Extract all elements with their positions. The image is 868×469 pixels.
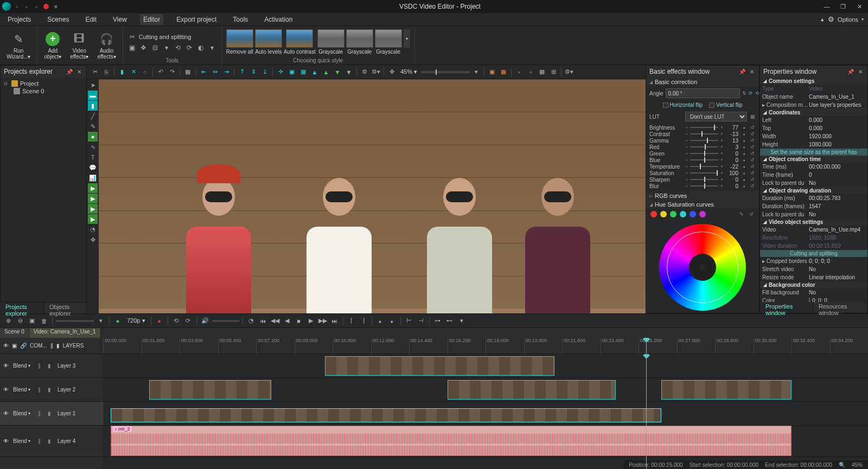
tl-zoom-slider[interactable] — [56, 320, 94, 322]
slider-track[interactable] — [690, 166, 718, 167]
close-panel-icon[interactable]: ✕ — [748, 68, 756, 75]
valign-m-icon[interactable]: ⇕ — [248, 67, 258, 77]
tl-dup-icon[interactable]: ▣ — [27, 316, 37, 326]
record-icon[interactable] — [42, 3, 50, 10]
tab-properties-window[interactable]: Properties window — [760, 302, 813, 313]
ellipse-tool[interactable]: ● — [88, 132, 98, 142]
guide-2-icon[interactable]: ▫ — [526, 67, 535, 77]
tool-ic-6[interactable]: ⟳ — [184, 43, 194, 53]
cut-icon[interactable]: ✂ — [90, 67, 100, 77]
tl-first-icon[interactable]: ⏮ — [258, 316, 268, 326]
quickstyle-1[interactable]: Auto levels — [255, 29, 282, 55]
tl-repeat-icon[interactable]: ⟳ — [183, 316, 193, 326]
tl-snap-icon[interactable]: ⊢ — [404, 316, 414, 326]
prop-left[interactable]: Left0.000 — [760, 116, 867, 124]
dist-1-icon[interactable]: ✛ — [276, 67, 285, 77]
keyframe-icon[interactable]: ⬥ — [741, 176, 747, 183]
keyframe-icon[interactable]: ⬥ — [741, 144, 747, 150]
pin-icon[interactable]: 📌 — [847, 68, 854, 75]
tl-key-icon[interactable]: ⬥ — [375, 316, 385, 326]
coordinates-header[interactable]: ◢Coordinates — [760, 109, 867, 116]
hue-dot-blue[interactable] — [690, 211, 696, 217]
tl-link-icon[interactable]: ⊶ — [433, 316, 443, 326]
prop-object-name[interactable]: Object nameCamera_In_Use_1 — [760, 93, 867, 101]
menu-view[interactable]: View — [110, 14, 130, 25]
prop-time-ms[interactable]: Time (ms)00:00:00.000 — [760, 163, 867, 171]
align-l-icon[interactable]: ⇤ — [199, 67, 208, 77]
options-label[interactable]: Options — [838, 16, 858, 23]
menu-projects[interactable]: Projects — [4, 14, 34, 25]
add-object-button[interactable]: + Add object▾ — [42, 30, 63, 61]
close-panel-icon[interactable]: ✕ — [75, 68, 83, 75]
cutting-splitting-button[interactable]: Cutting and splitting — [760, 250, 867, 257]
tl-remove-icon[interactable]: ⊖ — [15, 316, 25, 326]
tool-ic-7[interactable]: ◐ — [196, 43, 206, 53]
save-icon[interactable]: ▫ — [33, 3, 40, 10]
menu-edit[interactable]: Edit — [82, 14, 100, 25]
visibility-icon[interactable]: 👁 — [3, 410, 10, 416]
wave-icon[interactable]: ‖ — [38, 438, 44, 445]
circle-icon[interactable]: ○ — [140, 67, 150, 77]
text-tool[interactable]: T — [88, 152, 98, 162]
settings-gear-icon[interactable]: ⚙ — [828, 15, 834, 23]
dist-3-icon[interactable]: ▦ — [298, 67, 308, 77]
angle-input[interactable] — [666, 88, 740, 98]
reset-hue-icon[interactable]: ↺ — [748, 211, 755, 217]
tracks-area[interactable]: ♪ost_2 — [103, 354, 868, 469]
eye-icon[interactable]: 👁 — [3, 343, 9, 349]
order-1-icon[interactable]: ▲ — [310, 67, 320, 77]
valign-t-icon[interactable]: ⤒ — [237, 67, 247, 77]
tl-tab-scene[interactable]: Scene 0 — [0, 328, 29, 338]
tl-more-icon[interactable]: ▾ — [457, 316, 467, 326]
slider-track[interactable] — [690, 133, 718, 134]
rect-tool[interactable]: ▬ — [88, 91, 98, 100]
run-wizard-button[interactable]: ✎ Run Wizard...▾ — [4, 30, 33, 61]
settings-icon[interactable]: ⚙▾ — [564, 67, 574, 77]
tab-objects-explorer[interactable]: Objects explorer — [44, 303, 87, 313]
background-color-header[interactable]: ◢Background color — [760, 281, 867, 288]
redo-icon[interactable]: ↷ — [167, 67, 177, 77]
pen-tool[interactable]: ✎ — [88, 121, 98, 131]
pin-icon[interactable]: 📌 — [66, 68, 73, 75]
guide-4-icon[interactable]: ⊞ — [548, 67, 558, 77]
drawing-duration-header[interactable]: ◢Object drawing duration — [760, 187, 867, 194]
color-wheel[interactable] — [659, 224, 746, 311]
lut-browse-icon[interactable]: ▦ — [749, 113, 756, 120]
menu-export[interactable]: Export project — [173, 14, 220, 25]
tl-resolution[interactable]: 720p ▾ — [125, 317, 148, 324]
cog-2-icon[interactable]: ⚙▾ — [371, 67, 381, 77]
bar-icon[interactable]: ▮ — [48, 387, 54, 393]
quickstyle-5[interactable]: Grayscale — [375, 29, 402, 55]
counter-tool[interactable]: ◔ — [88, 224, 98, 234]
timeline-ruler[interactable]: 00:00.00000:01.80000:03.60000:05.40000:0… — [103, 338, 868, 354]
tool-ic-2[interactable]: ❖ — [139, 43, 149, 53]
options-dropdown-icon[interactable]: ▾ — [861, 17, 864, 22]
order-2-icon[interactable]: ▲ — [321, 67, 331, 77]
reset-icon[interactable]: ↺ — [749, 163, 756, 170]
clip-layer2-a[interactable] — [149, 380, 272, 400]
vflip-checkbox[interactable]: Vertical flip — [709, 102, 742, 108]
tl-stop-icon[interactable]: ■ — [294, 316, 304, 326]
bar-icon[interactable]: ▮ — [48, 438, 54, 445]
valign-b-icon[interactable]: ⤓ — [260, 67, 270, 77]
clip-audio[interactable]: ♪ost_2 — [111, 426, 792, 456]
zoom-drop-icon[interactable]: ▾ — [471, 67, 481, 77]
chart-tool[interactable]: 📊 — [88, 173, 98, 183]
rotate-ccw-icon[interactable]: ⟲ — [755, 90, 759, 97]
preview-canvas[interactable] — [99, 79, 646, 313]
clip-layer1-selected[interactable] — [111, 408, 661, 422]
prop-fill-bg[interactable]: Fill backgroundNo — [760, 288, 867, 297]
blend-mode[interactable]: Blend ▾ — [13, 438, 35, 444]
tl-snap2-icon[interactable]: ⊣ — [416, 316, 426, 326]
square-tool[interactable]: ▮ — [88, 101, 98, 111]
tool-ic-8[interactable]: ▾ — [207, 43, 217, 53]
tl-last-icon[interactable]: ⏭ — [330, 316, 340, 326]
close-panel-icon[interactable]: ✕ — [857, 68, 864, 75]
visibility-icon[interactable]: 👁 — [3, 363, 10, 369]
hue-dot-magenta[interactable] — [699, 211, 706, 217]
tool-ic-4[interactable]: ▾ — [162, 43, 171, 53]
prop-video[interactable]: VideoCamera_In_Use.mp4 — [760, 226, 867, 234]
creation-time-header[interactable]: ◢Object creation time — [760, 156, 867, 163]
prop-resize-mode[interactable]: Resize modeLinear interpolation — [760, 273, 867, 281]
curve-tool[interactable]: ∿ — [88, 142, 98, 152]
